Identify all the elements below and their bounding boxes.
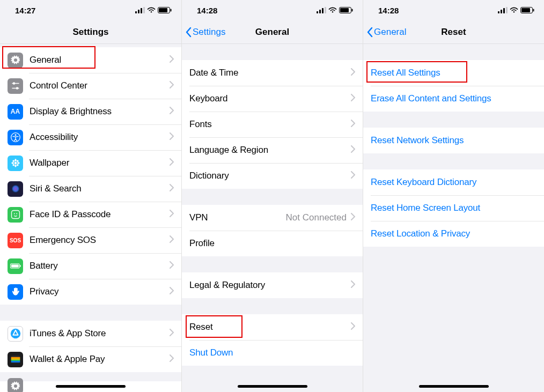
row-itunes[interactable]: iTunes & App Store [0, 321, 181, 346]
row-label: Date & Time [189, 68, 351, 78]
row-reset-network[interactable]: Reset Network Settings [363, 128, 544, 153]
svg-rect-31 [11, 357, 20, 359]
nav-back-button[interactable]: General [363, 27, 406, 38]
row-fonts[interactable]: Fonts [182, 112, 363, 137]
row-label: Emergency SOS [30, 235, 170, 246]
general-icon [8, 53, 23, 68]
svg-rect-6 [171, 9, 172, 12]
row-privacy[interactable]: Privacy [0, 279, 181, 305]
svg-rect-23 [11, 211, 19, 219]
row-label: Keyboard [189, 93, 351, 104]
row-vpn[interactable]: VPNNot Connected [182, 205, 363, 231]
row-wallpaper[interactable]: Wallpaper [0, 150, 181, 176]
chevron-right-icon [170, 287, 174, 297]
peek-icon [8, 378, 23, 392]
row-reset-keyboard[interactable]: Reset Keyboard Dictionary [363, 169, 544, 195]
status-indicators [135, 7, 172, 13]
row-label: General [30, 55, 170, 65]
row-sos[interactable]: SOSEmergency SOS [0, 227, 181, 253]
row-control-center[interactable]: Control Center [0, 73, 181, 99]
svg-point-17 [17, 162, 19, 164]
home-indicator[interactable] [56, 385, 126, 388]
row-keyboard[interactable]: Keyboard [182, 86, 363, 112]
row-label: Profile [189, 238, 355, 249]
svg-rect-43 [501, 10, 502, 13]
svg-rect-38 [325, 7, 326, 13]
row-label: Wallet & Apple Pay [30, 354, 170, 365]
wallet-icon [8, 352, 23, 367]
list-group: Reset Keyboard DictionaryReset Home Scre… [363, 169, 544, 247]
nav-bar: GeneralReset [363, 20, 544, 44]
svg-point-13 [14, 162, 17, 165]
chevron-right-icon [170, 107, 174, 116]
row-dictionary[interactable]: Dictionary [182, 163, 363, 189]
row-label: Language & Region [189, 145, 351, 156]
row-faceid[interactable]: Face ID & Passcode [0, 202, 181, 227]
svg-point-18 [12, 160, 14, 162]
row-accessibility[interactable]: Accessibility [0, 124, 181, 150]
wifi-icon [328, 7, 337, 13]
group-separator [182, 189, 363, 205]
phone-2: 14:28SettingsGeneralDate & TimeKeyboardF… [181, 0, 363, 392]
chevron-right-icon [351, 213, 355, 223]
nav-back-button[interactable]: Settings [182, 27, 225, 38]
row-label: Shut Down [189, 347, 355, 358]
row-reset-home[interactable]: Reset Home Screen Layout [363, 195, 544, 221]
battery-icon [8, 258, 23, 274]
svg-rect-2 [141, 8, 142, 13]
group-separator [363, 112, 544, 128]
row-general[interactable]: General [0, 47, 181, 73]
group-separator [0, 305, 181, 321]
cellular-icon [498, 7, 508, 13]
row-datetime[interactable]: Date & Time [182, 60, 363, 86]
svg-point-14 [14, 159, 16, 161]
home-indicator[interactable] [419, 385, 489, 388]
list-group: Legal & Regulatory [182, 272, 363, 298]
row-label: Reset [189, 322, 351, 332]
svg-point-16 [11, 162, 14, 164]
chevron-right-icon [351, 171, 355, 181]
row-wallet[interactable]: Wallet & Apple Pay [0, 346, 181, 372]
row-shutdown[interactable]: Shut Down [182, 340, 363, 366]
row-label: Reset Home Screen Layout [371, 203, 536, 213]
list-group: GeneralControl CenterAADisplay & Brightn… [0, 47, 181, 305]
row-label: Reset All Settings [371, 68, 536, 78]
svg-rect-1 [138, 10, 139, 13]
svg-rect-27 [11, 264, 18, 267]
row-battery[interactable]: Battery [0, 253, 181, 279]
svg-point-12 [14, 134, 16, 136]
svg-rect-37 [322, 8, 324, 13]
chevron-right-icon [170, 354, 174, 364]
row-language[interactable]: Language & Region [182, 137, 363, 163]
chevron-right-icon [170, 329, 174, 338]
home-indicator[interactable] [238, 385, 307, 388]
row-reset[interactable]: Reset [182, 314, 363, 340]
row-label: Dictionary [189, 171, 351, 181]
status-bar: 14:27 [0, 0, 181, 20]
row-siri[interactable]: Siri & Search [0, 176, 181, 202]
nav-back-label: Settings [193, 27, 225, 38]
phone-1: 14:27SettingsGeneralControl CenterAADisp… [0, 0, 181, 392]
accessibility-icon [8, 130, 23, 145]
svg-rect-36 [319, 10, 321, 13]
row-legal[interactable]: Legal & Regulatory [182, 272, 363, 298]
chevron-right-icon [170, 81, 174, 91]
row-label: Reset Location & Privacy [371, 228, 536, 239]
itunes-icon [8, 326, 23, 342]
svg-rect-45 [506, 7, 508, 13]
chevron-right-icon [170, 184, 174, 194]
row-display[interactable]: AADisplay & Brightness [0, 99, 181, 124]
list-group: iTunes & App StoreWallet & Apple Pay [0, 321, 181, 372]
svg-point-24 [13, 213, 14, 215]
row-reset-all[interactable]: Reset All Settings [363, 60, 544, 86]
svg-rect-47 [521, 8, 530, 12]
control-center-icon [8, 78, 23, 94]
row-erase-all[interactable]: Erase All Content and Settings [363, 86, 544, 112]
group-separator [363, 44, 544, 60]
row-reset-location[interactable]: Reset Location & Privacy [363, 221, 544, 247]
svg-rect-32 [11, 358, 20, 360]
row-label: Accessibility [30, 132, 170, 143]
row-profile[interactable]: Profile [182, 231, 363, 256]
battery-icon [158, 7, 172, 13]
svg-rect-42 [498, 11, 499, 13]
